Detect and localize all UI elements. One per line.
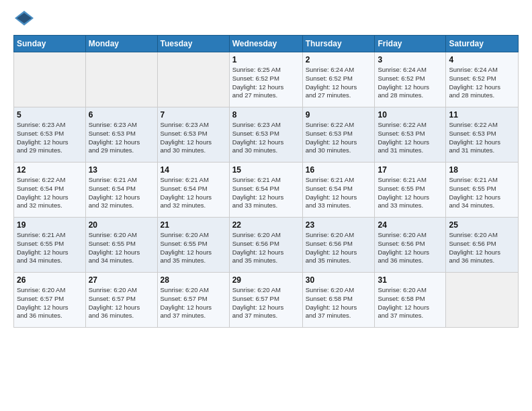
calendar-week-row: 12Sunrise: 6:22 AM Sunset: 6:54 PM Dayli… [14, 163, 519, 218]
day-number: 17 [378, 165, 443, 175]
calendar-day-cell [14, 52, 86, 107]
day-number: 29 [232, 275, 300, 285]
day-info: Sunrise: 6:24 AM Sunset: 6:52 PM Dayligh… [378, 66, 443, 100]
weekday-header: Tuesday [157, 36, 229, 52]
logo [13, 11, 39, 28]
day-number: 22 [232, 220, 300, 230]
day-info: Sunrise: 6:20 AM Sunset: 6:57 PM Dayligh… [161, 286, 226, 320]
calendar-day-cell: 14Sunrise: 6:21 AM Sunset: 6:54 PM Dayli… [157, 163, 229, 218]
day-number: 28 [161, 275, 226, 285]
calendar-day-cell: 1Sunrise: 6:25 AM Sunset: 6:52 PM Daylig… [229, 52, 302, 107]
day-number: 30 [306, 275, 372, 285]
day-number: 11 [449, 110, 515, 120]
calendar-week-row: 5Sunrise: 6:23 AM Sunset: 6:53 PM Daylig… [14, 107, 519, 163]
day-info: Sunrise: 6:23 AM Sunset: 6:53 PM Dayligh… [161, 121, 226, 155]
calendar-day-cell: 23Sunrise: 6:20 AM Sunset: 6:56 PM Dayli… [302, 218, 375, 273]
day-info: Sunrise: 6:21 AM Sunset: 6:54 PM Dayligh… [232, 176, 300, 210]
day-number: 16 [306, 165, 372, 175]
calendar-day-cell: 20Sunrise: 6:20 AM Sunset: 6:55 PM Dayli… [85, 218, 157, 273]
day-number: 15 [232, 165, 300, 175]
calendar-header-row: SundayMondayTuesdayWednesdayThursdayFrid… [14, 36, 519, 52]
day-info: Sunrise: 6:20 AM Sunset: 6:57 PM Dayligh… [232, 286, 300, 320]
day-info: Sunrise: 6:23 AM Sunset: 6:53 PM Dayligh… [232, 121, 300, 155]
day-info: Sunrise: 6:20 AM Sunset: 6:58 PM Dayligh… [306, 286, 372, 320]
calendar-day-cell: 21Sunrise: 6:20 AM Sunset: 6:55 PM Dayli… [157, 218, 229, 273]
day-info: Sunrise: 6:21 AM Sunset: 6:54 PM Dayligh… [161, 176, 226, 210]
calendar-day-cell: 13Sunrise: 6:21 AM Sunset: 6:54 PM Dayli… [85, 163, 157, 218]
calendar-day-cell: 24Sunrise: 6:20 AM Sunset: 6:56 PM Dayli… [375, 218, 446, 273]
day-info: Sunrise: 6:20 AM Sunset: 6:56 PM Dayligh… [306, 231, 372, 265]
calendar-day-cell: 17Sunrise: 6:21 AM Sunset: 6:55 PM Dayli… [375, 163, 446, 218]
calendar-day-cell [157, 52, 229, 107]
day-number: 3 [378, 55, 443, 64]
calendar-week-row: 26Sunrise: 6:20 AM Sunset: 6:57 PM Dayli… [14, 273, 519, 328]
day-number: 20 [89, 220, 154, 230]
day-number: 19 [17, 220, 83, 230]
calendar-day-cell: 25Sunrise: 6:20 AM Sunset: 6:56 PM Dayli… [446, 218, 519, 273]
day-number: 2 [306, 55, 372, 64]
header [13, 11, 519, 28]
calendar-day-cell: 30Sunrise: 6:20 AM Sunset: 6:58 PM Dayli… [302, 273, 375, 328]
page: SundayMondayTuesdayWednesdayThursdayFrid… [0, 0, 532, 411]
calendar-day-cell: 3Sunrise: 6:24 AM Sunset: 6:52 PM Daylig… [375, 52, 446, 107]
calendar-day-cell: 8Sunrise: 6:23 AM Sunset: 6:53 PM Daylig… [229, 107, 302, 163]
day-number: 13 [89, 165, 154, 175]
day-info: Sunrise: 6:20 AM Sunset: 6:56 PM Dayligh… [232, 231, 300, 265]
logo-icon [15, 11, 34, 26]
calendar-day-cell: 16Sunrise: 6:21 AM Sunset: 6:54 PM Dayli… [302, 163, 375, 218]
day-number: 21 [161, 220, 226, 230]
day-info: Sunrise: 6:24 AM Sunset: 6:52 PM Dayligh… [306, 66, 372, 100]
svg-marker-1 [17, 13, 32, 24]
day-number: 7 [161, 110, 226, 120]
calendar-day-cell: 12Sunrise: 6:22 AM Sunset: 6:54 PM Dayli… [14, 163, 86, 218]
day-number: 23 [306, 220, 372, 230]
day-number: 27 [89, 275, 154, 285]
day-number: 5 [17, 110, 83, 120]
day-info: Sunrise: 6:21 AM Sunset: 6:55 PM Dayligh… [378, 176, 443, 210]
day-info: Sunrise: 6:23 AM Sunset: 6:53 PM Dayligh… [89, 121, 154, 155]
weekday-header: Wednesday [229, 36, 302, 52]
calendar-day-cell: 18Sunrise: 6:21 AM Sunset: 6:55 PM Dayli… [446, 163, 519, 218]
day-info: Sunrise: 6:21 AM Sunset: 6:54 PM Dayligh… [89, 176, 154, 210]
calendar-day-cell: 28Sunrise: 6:20 AM Sunset: 6:57 PM Dayli… [157, 273, 229, 328]
weekday-header: Thursday [302, 36, 375, 52]
day-number: 24 [378, 220, 443, 230]
calendar-day-cell [446, 273, 519, 328]
weekday-header: Sunday [14, 36, 86, 52]
calendar-day-cell: 6Sunrise: 6:23 AM Sunset: 6:53 PM Daylig… [85, 107, 157, 163]
calendar-week-row: 19Sunrise: 6:21 AM Sunset: 6:55 PM Dayli… [14, 218, 519, 273]
calendar-week-row: 1Sunrise: 6:25 AM Sunset: 6:52 PM Daylig… [14, 52, 519, 107]
calendar-day-cell: 27Sunrise: 6:20 AM Sunset: 6:57 PM Dayli… [85, 273, 157, 328]
weekday-header: Friday [375, 36, 446, 52]
day-info: Sunrise: 6:20 AM Sunset: 6:57 PM Dayligh… [89, 286, 154, 320]
day-number: 25 [449, 220, 515, 230]
day-info: Sunrise: 6:23 AM Sunset: 6:53 PM Dayligh… [17, 121, 83, 155]
day-number: 1 [232, 55, 300, 64]
calendar-day-cell: 29Sunrise: 6:20 AM Sunset: 6:57 PM Dayli… [229, 273, 302, 328]
calendar-day-cell: 26Sunrise: 6:20 AM Sunset: 6:57 PM Dayli… [14, 273, 86, 328]
calendar-day-cell: 15Sunrise: 6:21 AM Sunset: 6:54 PM Dayli… [229, 163, 302, 218]
calendar-day-cell [85, 52, 157, 107]
day-info: Sunrise: 6:20 AM Sunset: 6:56 PM Dayligh… [449, 231, 515, 265]
day-info: Sunrise: 6:20 AM Sunset: 6:55 PM Dayligh… [161, 231, 226, 265]
day-info: Sunrise: 6:20 AM Sunset: 6:58 PM Dayligh… [378, 286, 443, 320]
day-info: Sunrise: 6:25 AM Sunset: 6:52 PM Dayligh… [232, 66, 300, 100]
day-info: Sunrise: 6:22 AM Sunset: 6:54 PM Dayligh… [17, 176, 83, 210]
day-number: 12 [17, 165, 83, 175]
calendar-day-cell: 9Sunrise: 6:22 AM Sunset: 6:53 PM Daylig… [302, 107, 375, 163]
day-info: Sunrise: 6:21 AM Sunset: 6:55 PM Dayligh… [449, 176, 515, 210]
day-number: 9 [306, 110, 372, 120]
day-info: Sunrise: 6:21 AM Sunset: 6:55 PM Dayligh… [17, 231, 83, 265]
day-number: 6 [89, 110, 154, 120]
weekday-header: Saturday [446, 36, 519, 52]
day-info: Sunrise: 6:20 AM Sunset: 6:55 PM Dayligh… [89, 231, 154, 265]
day-number: 26 [17, 275, 83, 285]
day-info: Sunrise: 6:22 AM Sunset: 6:53 PM Dayligh… [378, 121, 443, 155]
day-info: Sunrise: 6:22 AM Sunset: 6:53 PM Dayligh… [306, 121, 372, 155]
day-info: Sunrise: 6:24 AM Sunset: 6:52 PM Dayligh… [449, 66, 515, 100]
calendar-day-cell: 22Sunrise: 6:20 AM Sunset: 6:56 PM Dayli… [229, 218, 302, 273]
day-info: Sunrise: 6:20 AM Sunset: 6:57 PM Dayligh… [17, 286, 83, 320]
calendar-day-cell: 7Sunrise: 6:23 AM Sunset: 6:53 PM Daylig… [157, 107, 229, 163]
day-number: 14 [161, 165, 226, 175]
weekday-header: Monday [85, 36, 157, 52]
